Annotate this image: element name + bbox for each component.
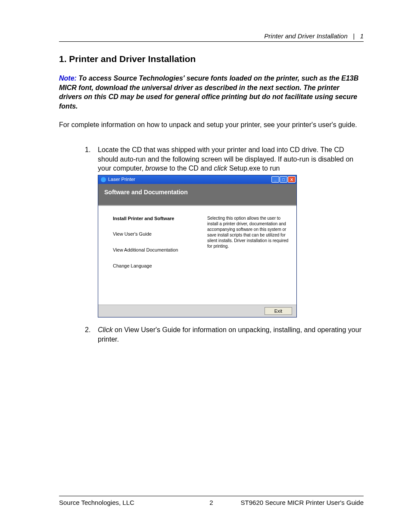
header-section-number: 1 — [360, 32, 364, 40]
step-list: 1. Locate the CD that was shipped with y… — [85, 145, 364, 352]
installer-description: Selecting this option allows the user to… — [207, 206, 296, 305]
installer-title: Laser Printer — [108, 176, 271, 183]
menu-view-docs[interactable]: View Additional Documentation — [113, 247, 203, 253]
menu-install-printer[interactable]: Install Printer and Software — [113, 215, 203, 222]
step-number: 1. — [85, 145, 90, 155]
document-page: Printer and Driver Installation | 1 1. P… — [0, 0, 411, 532]
maximize-button[interactable]: □ — [280, 176, 287, 183]
note-block: Note: To access Source Technologies' sec… — [59, 74, 364, 111]
footer-left: Source Technologies, LLC — [59, 499, 203, 506]
installer-menu: Install Printer and Software View User's… — [98, 206, 207, 305]
installer-window: Laser Printer _ □ X Software and Documen… — [98, 175, 297, 317]
app-icon — [101, 177, 106, 182]
installer-footer: Exit — [98, 305, 296, 317]
page-footer: Source Technologies, LLC 2 ST9620 Secure… — [59, 496, 364, 506]
footer-page-number: 2 — [203, 499, 220, 506]
close-button[interactable]: X — [288, 176, 296, 183]
installer-titlebar: Laser Printer _ □ X — [98, 175, 296, 184]
step-number: 2. — [85, 325, 90, 335]
menu-view-guide[interactable]: View User's Guide — [113, 231, 203, 237]
step-2: 2. Click on View User's Guide for inform… — [85, 325, 364, 344]
menu-change-language[interactable]: Change Language — [113, 263, 203, 269]
minimize-button[interactable]: _ — [271, 176, 279, 183]
header-section-title: Printer and Driver Installation — [264, 32, 347, 40]
page-title: 1. Printer and Driver Installation — [59, 54, 364, 64]
exit-button[interactable]: Exit — [265, 307, 292, 315]
note-text: To access Source Technologies' secure fo… — [59, 75, 358, 110]
window-controls: _ □ X — [271, 176, 296, 183]
installer-header: Software and Documentation — [98, 184, 296, 205]
note-label: Note: — [59, 75, 77, 82]
footer-right: ST9620 Secure MICR Printer User's Guide — [220, 499, 364, 506]
intro-paragraph: For complete information on how to unpac… — [59, 120, 364, 130]
installer-body: Install Printer and Software View User's… — [98, 205, 296, 305]
running-header: Printer and Driver Installation | 1 — [59, 32, 364, 42]
step-1: 1. Locate the CD that was shipped with y… — [85, 145, 364, 317]
